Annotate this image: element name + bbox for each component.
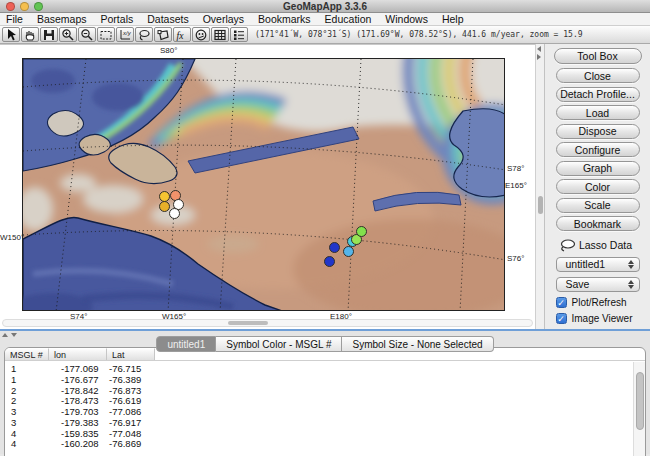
table-cell: -76.873 (107, 385, 155, 396)
geomapapp-window: GeoMapApp 3.3.6 FileBasemapsPortalsDatas… (0, 0, 650, 456)
map-horizontal-scrollbar[interactable] (2, 319, 533, 327)
sidebar-dropdowns: untitled1Save (556, 257, 640, 297)
scale-button[interactable]: Scale (556, 198, 640, 213)
pan-hand-tool-button[interactable] (21, 27, 39, 42)
table-cell: -76.869 (107, 438, 155, 449)
select-arrow-tool-button[interactable] (2, 27, 20, 42)
map-canvas[interactable] (22, 58, 505, 311)
lasso-data-button[interactable]: Lasso Data (559, 239, 632, 252)
collapse-left-icon[interactable] (537, 46, 541, 52)
untitled1-dropdown[interactable]: untitled1 (556, 257, 640, 272)
table-cell: -76.389 (107, 374, 155, 385)
save-dropdown[interactable]: Save (556, 277, 640, 292)
table-cell: 4 (5, 428, 49, 439)
select-arrow-icon (4, 28, 18, 42)
menu-windows[interactable]: Windows (385, 13, 428, 25)
point-yellow[interactable] (159, 191, 170, 202)
table-cell: 1 (5, 363, 49, 374)
menu-basemaps[interactable]: Basemaps (37, 13, 87, 25)
table-row[interactable]: 3-179.383-76.917 (5, 417, 645, 428)
checkbox-label: Plot/Refresh (572, 297, 627, 308)
zoom-box-tool-button[interactable] (97, 27, 115, 42)
toolbox-header: Tool Box (554, 48, 642, 64)
close-button[interactable]: Close (556, 68, 640, 83)
zoom-in-tool-button[interactable] (59, 27, 77, 42)
digitize-polygon-icon (156, 28, 170, 42)
map-hscroll-thumb[interactable] (228, 321, 268, 325)
save-icon (42, 28, 56, 42)
point-dark-blue[interactable] (329, 242, 340, 253)
table-row[interactable]: 1-177.069-76.715 (5, 363, 645, 374)
dropdown-value: Save (566, 278, 590, 290)
menu-bar: FileBasemapsPortalsDatasetsOverlaysBookm… (0, 13, 650, 26)
toolbar: x/yfx (171°41´W, 078°31´S) (171.69°W, 07… (0, 26, 650, 44)
table-row[interactable]: 4-160.208-76.869 (5, 439, 645, 450)
table-row[interactable]: 3-179.703-77.086 (5, 406, 645, 417)
tab-symbol-color-msgl-[interactable]: Symbol Color - MSGL # (216, 336, 342, 352)
table-cell: -77.086 (107, 406, 155, 417)
point-dark-blue[interactable] (324, 256, 335, 267)
plot-refresh-checkbox-row: ✓Plot/Refresh (556, 297, 640, 308)
digitize-polygon-tool-button[interactable] (154, 27, 172, 42)
table-row[interactable]: 1-176.677-76.389 (5, 374, 645, 385)
lasso-data-label: Lasso Data (579, 239, 632, 251)
menu-overlays[interactable]: Overlays (203, 13, 244, 25)
menu-datasets[interactable]: Datasets (147, 13, 188, 25)
point-white[interactable] (169, 208, 180, 219)
function-fx-tool-button[interactable]: fx (173, 27, 191, 42)
table-cell: -177.069 (49, 363, 107, 374)
dispose-button[interactable]: Dispose (556, 124, 640, 139)
zoom-out-tool-button[interactable] (78, 27, 96, 42)
detach-profile--button[interactable]: Detach Profile... (556, 87, 640, 102)
table-cell: -77.048 (107, 428, 155, 439)
point-green[interactable] (356, 226, 367, 237)
collapse-right-icon[interactable] (537, 54, 541, 60)
load-button[interactable]: Load (556, 105, 640, 120)
point-light-blue[interactable] (343, 246, 354, 257)
menu-bookmarks[interactable]: Bookmarks (258, 13, 311, 25)
grid-table-tool-button[interactable] (211, 27, 229, 42)
plot-refresh-checkbox[interactable]: ✓ (556, 297, 567, 308)
table-cell: -176.677 (49, 374, 107, 385)
focus-face-tool-button[interactable] (192, 27, 210, 42)
table-vscroll-thumb[interactable] (636, 372, 644, 430)
image-viewer-checkbox-row: ✓Image Viewer (556, 313, 640, 324)
table-row[interactable]: 4-159.835-77.048 (5, 428, 645, 439)
dropdown-stepper-icon (628, 260, 634, 269)
table-cell: -179.703 (49, 406, 107, 417)
color-button[interactable]: Color (556, 179, 640, 194)
svg-text:x/y: x/y (122, 30, 132, 36)
menu-portals[interactable]: Portals (101, 13, 134, 25)
toolbox-sidebar: Tool Box CloseDetach Profile...LoadDispo… (545, 44, 650, 329)
tab-untitled1[interactable]: untitled1 (156, 336, 216, 352)
table-row[interactable]: 2-178.842-76.873 (5, 385, 645, 396)
menu-help[interactable]: Help (442, 13, 464, 25)
table-row[interactable]: 2-178.473-76.619 (5, 395, 645, 406)
table-cell: -178.473 (49, 395, 107, 406)
table-body: 1-177.069-76.7151-176.677-76.3892-178.84… (5, 361, 645, 449)
bookmark-button[interactable]: Bookmark (556, 216, 640, 231)
table-vertical-scrollbar[interactable] (633, 362, 645, 456)
point-mustard[interactable] (159, 201, 170, 212)
lasso-icon (559, 239, 576, 252)
splitter-thumb[interactable] (538, 196, 543, 214)
graticule-label: S76° (507, 254, 524, 263)
layer-list-icon (232, 28, 246, 42)
save-tool-button[interactable] (40, 27, 58, 42)
splitter-collapse-arrows[interactable] (537, 46, 541, 60)
map-sidebar-splitter[interactable] (535, 44, 545, 329)
table-cell: -160.208 (49, 438, 107, 449)
data-table-container: MSGL #lonLat 1-177.069-76.7151-176.677-7… (4, 347, 646, 456)
dropdown-stepper-icon (628, 280, 634, 289)
layer-list-tool-button[interactable] (230, 27, 248, 42)
image-viewer-checkbox[interactable]: ✓ (556, 313, 567, 324)
checkbox-label: Image Viewer (572, 313, 633, 324)
graticule-label: S78° (507, 164, 524, 173)
profile-xy-tool-button[interactable]: x/y (116, 27, 134, 42)
menu-file[interactable]: File (6, 13, 23, 25)
tab-symbol-size-none-selected[interactable]: Symbol Size - None Selected (342, 336, 493, 352)
configure-button[interactable]: Configure (556, 142, 640, 157)
lasso-tool-button[interactable] (135, 27, 153, 42)
menu-education[interactable]: Education (325, 13, 372, 25)
graph-button[interactable]: Graph (556, 161, 640, 176)
